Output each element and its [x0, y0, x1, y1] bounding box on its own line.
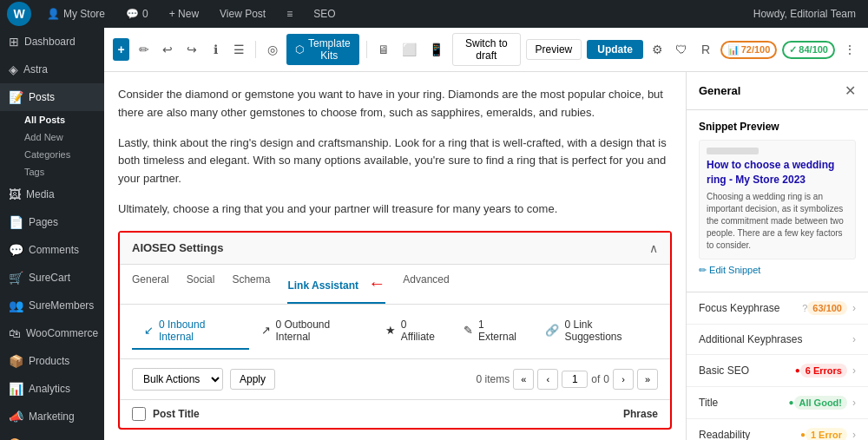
sidebar-item-astra[interactable]: ◈ Astra	[0, 56, 104, 83]
basic-seo-chevron: ›	[852, 364, 856, 377]
admin-bar-seo[interactable]: SEO	[308, 8, 340, 20]
marketing-icon: 📣	[9, 410, 23, 424]
tab-schema[interactable]: Schema	[232, 265, 270, 304]
right-panel: General ✕ Snippet Preview How to choose …	[686, 72, 868, 440]
sidebar-item-marketing[interactable]: 📣 Marketing	[0, 403, 104, 430]
red-arrow-indicator: ←	[368, 273, 385, 292]
preview-button[interactable]: Preview	[526, 39, 582, 60]
basic-seo-dot: ●	[795, 365, 800, 375]
sidebar-item-pages[interactable]: 📄 Pages	[0, 208, 104, 236]
first-page-button[interactable]: «	[513, 369, 534, 390]
admin-bar-store[interactable]: 👤 My Store	[42, 8, 110, 20]
undo-button[interactable]: ↩	[159, 38, 177, 61]
score-badge-2[interactable]: ✓ 84/100	[782, 41, 835, 59]
prev-page-button[interactable]: ‹	[537, 369, 558, 390]
focus-keyphrase-row[interactable]: Focus Keyphrase ? 63/100 ›	[687, 292, 868, 325]
stat-outbound-internal[interactable]: ↗ 0 Outbound Internal	[249, 313, 373, 350]
media-icon: 🖼	[9, 187, 21, 201]
rank-math-button[interactable]: R	[696, 38, 714, 61]
admin-bar-new[interactable]: + New	[164, 8, 204, 20]
sidebar-item-woocommerce[interactable]: 🛍 WooCommerce	[0, 319, 104, 347]
basic-seo-row[interactable]: Basic SEO ● 6 Errors ›	[687, 355, 868, 387]
bulk-actions-select[interactable]: Bulk Actions	[132, 368, 223, 391]
sidebar-sub-all-posts[interactable]: All Posts	[0, 111, 104, 128]
readability-row[interactable]: Readability ● 1 Error ›	[687, 419, 868, 440]
stat-external[interactable]: ✎ 1 External	[451, 313, 534, 350]
affiliate-icon: ★	[385, 324, 396, 337]
aioseo-collapse-button[interactable]: ∧	[649, 241, 658, 255]
sidebar-item-appearance[interactable]: 🎨 Appearance	[0, 430, 104, 440]
sidebar-item-dashboard[interactable]: ⊞ Dashboard	[0, 28, 104, 56]
sidebar-item-analytics[interactable]: 📊 Analytics	[0, 375, 104, 403]
template-kits-button[interactable]: ⬡ Template Kits	[286, 34, 359, 65]
table-header: Post Title Phrase	[120, 400, 670, 428]
right-panel-close-button[interactable]: ✕	[845, 82, 856, 99]
info-button[interactable]: ℹ	[206, 38, 224, 61]
tab-advanced[interactable]: Advanced	[403, 265, 449, 304]
sidebar-item-comments[interactable]: 💬 Comments	[0, 236, 104, 264]
edit-snippet-button[interactable]: ✏ Edit Snippet	[699, 259, 760, 281]
sidebar-item-suremembers[interactable]: 👥 SureMembers	[0, 292, 104, 319]
astra-icon: ◈	[9, 62, 18, 76]
update-button[interactable]: Update	[587, 40, 643, 59]
aioseo-button[interactable]: 🛡	[672, 38, 691, 61]
tablet-view-button[interactable]: ⬜	[398, 38, 420, 61]
admin-bar-view-post[interactable]: View Post	[214, 8, 271, 20]
desktop-view-button[interactable]: 🖥	[374, 38, 393, 61]
select-all-checkbox[interactable]	[132, 407, 146, 421]
more-options-button[interactable]: ⋮	[840, 38, 859, 61]
link-stats-row: ↙ 0 Inbound Internal ↗ 0 Outbound Intern…	[120, 305, 670, 359]
stat-inbound-internal[interactable]: ↙ 0 Inbound Internal	[132, 313, 249, 350]
apply-button[interactable]: Apply	[230, 369, 275, 390]
block-settings-button[interactable]: ◎	[263, 38, 281, 61]
focus-keyphrase-label: Focus Keyphrase	[699, 302, 799, 314]
woocommerce-icon: 🛍	[9, 326, 21, 340]
inbound-icon: ↙	[144, 324, 154, 337]
redo-button[interactable]: ↪	[182, 38, 201, 61]
wp-logo: W	[7, 2, 31, 26]
sidebar-sub-categories[interactable]: Categories	[0, 146, 104, 163]
template-kits-icon: ⬡	[295, 43, 304, 56]
next-page-button[interactable]: ›	[613, 369, 634, 390]
page-number-input[interactable]	[562, 371, 588, 388]
list-view-button[interactable]: ☰	[230, 38, 248, 61]
title-chevron: ›	[852, 397, 856, 409]
editor-para-1: Consider the diamond or gemstone you wan…	[118, 86, 672, 122]
tab-general[interactable]: General	[132, 265, 169, 304]
sidebar-item-surecart[interactable]: 🛒 SureCart	[0, 264, 104, 292]
admin-bar-comments[interactable]: 💬 0	[121, 8, 154, 20]
admin-bar-icon[interactable]: ≡	[281, 8, 298, 20]
pages-icon: 📄	[9, 215, 23, 229]
sidebar-item-products[interactable]: 📦 Products	[0, 347, 104, 375]
aioseo-settings-box: AIOSEO Settings ∧ General Social Schema …	[118, 231, 672, 430]
tab-link-assistant[interactable]: Link Assistant ←	[287, 265, 385, 304]
focus-keyphrase-chevron: ›	[852, 302, 856, 314]
sidebar-item-posts[interactable]: 📝 Posts	[0, 83, 104, 111]
snippet-description: Choosing a wedding ring is an important …	[707, 191, 848, 252]
settings-button[interactable]: ⚙	[648, 38, 667, 61]
snippet-preview-box: How to choose a wedding ring - My Store …	[699, 140, 856, 259]
readability-label: Readability	[699, 429, 800, 440]
last-page-button[interactable]: »	[637, 369, 658, 390]
sidebar-item-media[interactable]: 🖼 Media	[0, 181, 104, 208]
editor-para-3: Ultimately, choose a ring that you and y…	[118, 200, 672, 219]
editor-content: Consider the diamond or gemstone you wan…	[104, 72, 686, 440]
sidebar-sub-add-new[interactable]: Add New	[0, 128, 104, 146]
snippet-preview-label: Snippet Preview	[699, 121, 856, 133]
title-row[interactable]: Title ● All Good! ›	[687, 387, 868, 419]
switch-draft-button[interactable]: Switch to draft	[452, 33, 521, 66]
title-label: Title	[699, 397, 788, 409]
sidebar: ⊞ Dashboard ◈ Astra 📝 Posts All Posts Ad…	[0, 28, 104, 440]
add-block-button[interactable]: +	[113, 38, 129, 61]
comments-icon: 💬	[9, 243, 23, 257]
score1-icon: 📊	[727, 44, 740, 56]
surecart-icon: 🛒	[9, 271, 23, 285]
stat-affiliate[interactable]: ★ 0 Affiliate	[373, 313, 451, 350]
tab-social[interactable]: Social	[187, 265, 215, 304]
score-badge-1[interactable]: 📊 72/100	[720, 41, 778, 59]
stat-suggestions[interactable]: 🔗 0 Link Suggestions	[533, 313, 658, 350]
additional-keyphrases-row[interactable]: Additional Keyphrases ›	[687, 325, 868, 355]
sidebar-sub-tags[interactable]: Tags	[0, 163, 104, 181]
mobile-view-button[interactable]: 📱	[425, 38, 447, 61]
edit-icon-button[interactable]: ✏	[135, 38, 153, 61]
